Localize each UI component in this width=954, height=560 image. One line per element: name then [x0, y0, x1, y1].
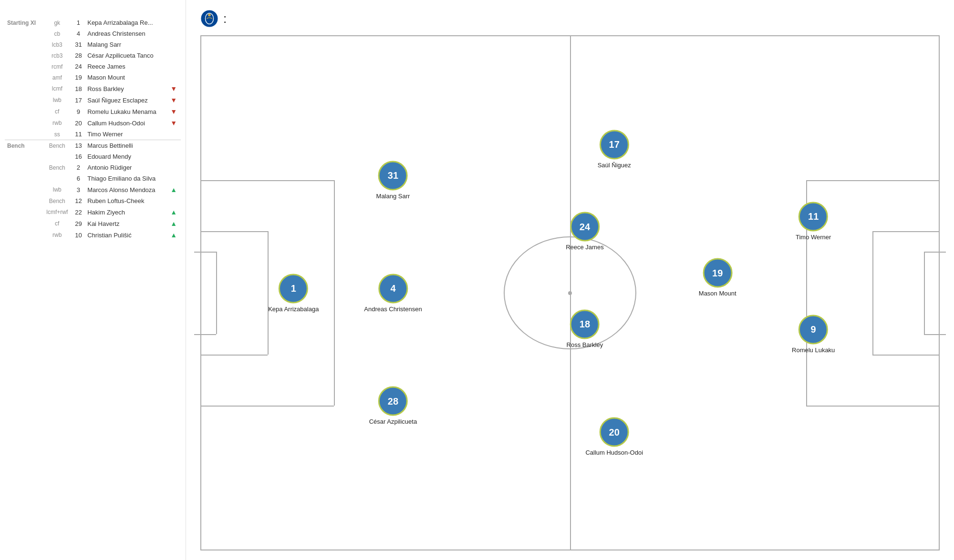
pitch-line: [924, 334, 946, 335]
row-number: 20: [72, 117, 85, 129]
pitch-line: [806, 180, 939, 181]
row-section: [5, 28, 42, 39]
row-section: Starting XI: [5, 17, 42, 28]
row-name: Romelu Lukaku Menama: [85, 106, 168, 117]
row-name: Reece James: [85, 61, 168, 72]
row-name: Christian Pulišić: [85, 229, 168, 241]
row-section: [5, 129, 42, 140]
team-title: :: [223, 11, 230, 26]
row-position: [42, 151, 72, 162]
svg-point-2: [208, 14, 211, 17]
row-section: [5, 117, 42, 129]
pitch-line: [216, 252, 217, 334]
row-section: [5, 206, 42, 218]
row-section: [5, 50, 42, 61]
row-position: Bench: [42, 140, 72, 152]
player-name-label: César Azpilicueta: [369, 418, 417, 425]
row-name: Timo Werner: [85, 129, 168, 140]
row-number: 28: [72, 50, 85, 61]
pitch-line: [924, 252, 946, 253]
row-arrow: [168, 173, 181, 184]
row-section: [5, 195, 42, 206]
player-node: 24Reece James: [566, 212, 603, 251]
row-name: Thiago Emiliano da Silva: [85, 173, 168, 184]
row-arrow: ▼: [168, 83, 181, 94]
row-number: 12: [72, 195, 85, 206]
row-section: [5, 229, 42, 241]
row-arrow: [168, 162, 181, 173]
row-number: 10: [72, 229, 85, 241]
player-node: 31Malang Sarr: [376, 161, 410, 199]
pitch-line: [194, 334, 216, 335]
player-circle: 19: [703, 258, 732, 288]
row-position: Bench: [42, 195, 72, 206]
player-name-label: Kepa Arrizabalaga: [268, 305, 319, 312]
row-name: César Azpilicueta Tanco: [85, 50, 168, 61]
row-number: 11: [72, 129, 85, 140]
row-arrow: [168, 17, 181, 28]
row-arrow: ▼: [168, 94, 181, 106]
player-name-label: Malang Sarr: [376, 192, 410, 199]
row-name: Mason Mount: [85, 72, 168, 83]
player-name-label: Ross Barkley: [567, 341, 603, 348]
player-node: 18Ross Barkley: [567, 309, 603, 348]
row-arrow: [168, 140, 181, 152]
pitch-line: [201, 231, 268, 232]
row-position: cb: [42, 28, 72, 39]
svg-point-0: [201, 10, 218, 27]
team-header: :: [200, 10, 940, 28]
row-number: 1: [72, 17, 85, 28]
pitch-line: [201, 355, 268, 356]
player-node: 28César Azpilicueta: [369, 387, 417, 425]
player-node: 4Andreas Christensen: [364, 274, 422, 312]
pitch-line: [872, 231, 873, 354]
row-arrow: ▲: [168, 206, 181, 218]
lineup-table: Starting XIgk1Kepa Arrizabalaga Re...cb4…: [5, 17, 181, 241]
center-dot: [568, 291, 572, 295]
row-arrow: [168, 151, 181, 162]
row-name: Marcus Bettinelli: [85, 140, 168, 152]
down-arrow-icon: ▼: [170, 119, 177, 127]
row-arrow: [168, 195, 181, 206]
row-number: 19: [72, 72, 85, 83]
pitch-line: [201, 406, 334, 407]
row-section: [5, 61, 42, 72]
row-arrow: [168, 39, 181, 50]
row-arrow: ▲: [168, 229, 181, 241]
pitch-line: [872, 355, 939, 356]
pitch: 1Kepa Arrizabalaga4Andreas Christensen31…: [200, 35, 940, 550]
row-number: 29: [72, 218, 85, 229]
row-position: cf: [42, 218, 72, 229]
player-circle: 1: [279, 274, 308, 303]
row-arrow: ▲: [168, 184, 181, 195]
pitch-line: [872, 231, 939, 232]
up-arrow-icon: ▲: [170, 231, 177, 239]
row-name: Andreas Christensen: [85, 28, 168, 39]
row-number: 13: [72, 140, 85, 152]
row-section: [5, 39, 42, 50]
row-position: lcmf+rwf: [42, 206, 72, 218]
row-name: Malang Sarr: [85, 39, 168, 50]
row-section: [5, 83, 42, 94]
row-name: Hakim Ziyech: [85, 206, 168, 218]
down-arrow-icon: ▼: [170, 108, 177, 115]
player-name-label: Romelu Lukaku: [792, 346, 835, 353]
row-section: Bench: [5, 140, 42, 152]
pitch-line: [194, 252, 216, 253]
row-section: [5, 173, 42, 184]
row-name: Marcos Alonso Mendoza: [85, 184, 168, 195]
row-number: 17: [72, 94, 85, 106]
row-name: Edouard Mendy: [85, 151, 168, 162]
player-name-label: Andreas Christensen: [364, 305, 422, 312]
player-circle: 31: [378, 161, 408, 190]
row-number: 22: [72, 206, 85, 218]
up-arrow-icon: ▲: [170, 208, 177, 216]
right-panel: : 1Kepa Arrizabalaga4Andreas Christensen…: [186, 0, 954, 560]
row-position: ss: [42, 129, 72, 140]
pitch-line: [806, 406, 939, 407]
player-name-label: Callum Hudson-Odoi: [585, 449, 643, 456]
row-arrow: [168, 28, 181, 39]
player-node: 1Kepa Arrizabalaga: [268, 274, 319, 312]
row-number: 18: [72, 83, 85, 94]
player-circle: 28: [378, 387, 408, 416]
